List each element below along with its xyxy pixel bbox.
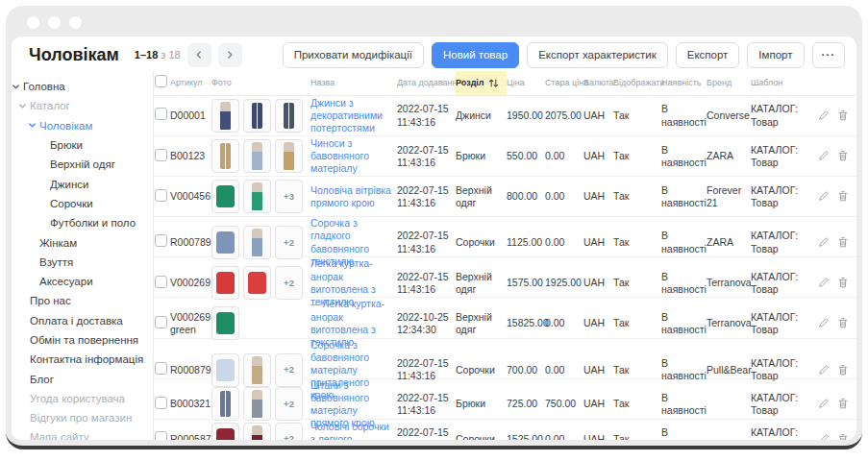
edit-button[interactable]	[818, 433, 830, 440]
product-brand: ZARA	[707, 236, 751, 249]
product-sku: B00123	[170, 150, 211, 162]
select-all-checkbox[interactable]	[155, 75, 167, 87]
delete-button[interactable]	[837, 109, 849, 122]
col-section[interactable]: Розділ	[456, 71, 507, 95]
edit-button[interactable]	[818, 364, 830, 376]
sidebar-item-blog[interactable]: Блог	[12, 369, 153, 388]
pencil-icon	[818, 433, 830, 440]
product-price: 800.00	[507, 190, 545, 203]
col-date-added: Дата додавання	[397, 78, 456, 88]
product-date: 2022-07-15 11:43:16	[397, 144, 456, 169]
row-checkbox[interactable]	[155, 108, 167, 120]
delete-button[interactable]	[837, 364, 849, 376]
row-checkbox[interactable]	[155, 189, 167, 202]
sidebar-item-accessories[interactable]: Аксесуари	[12, 272, 153, 291]
sidebar-item-shoes[interactable]: Взуття	[12, 253, 153, 272]
sidebar-item-women[interactable]: Жінкам	[12, 232, 153, 252]
row-checkbox[interactable]	[155, 362, 167, 375]
sidebar-item-home[interactable]: Головна	[12, 77, 153, 96]
trash-icon	[837, 109, 849, 122]
export-characteristics-button[interactable]: Експорт характеристик	[527, 42, 668, 68]
product-name-link[interactable]: Чоловічі сорочки з легкого текстилю	[310, 421, 393, 440]
product-photo	[275, 139, 303, 173]
edit-button[interactable]	[818, 150, 830, 162]
sidebar-item-contacts[interactable]: Контактна інформація	[12, 350, 153, 369]
product-photo	[211, 353, 239, 387]
product-name-link[interactable]: Чиноси з бавовняного матеріалу	[310, 137, 393, 175]
sidebar-item-shirts[interactable]: Сорочки	[12, 194, 153, 213]
edit-button[interactable]	[818, 317, 830, 329]
edit-button[interactable]	[818, 190, 830, 203]
product-template: КАТАЛОГ: Товар	[751, 311, 822, 336]
product-currency: UAH	[583, 150, 613, 162]
product-price: 1575.00	[507, 277, 545, 289]
sidebar-item-tshirts-polo[interactable]: Футболки и поло	[12, 213, 153, 232]
product-date: 2022-07-15 11:43:16	[397, 184, 456, 209]
delete-button[interactable]	[837, 433, 849, 440]
pencil-icon	[818, 109, 830, 121]
sidebar-item-payment-delivery[interactable]: Оплата і доставка	[12, 311, 153, 330]
sort-arrows-icon[interactable]	[488, 78, 499, 88]
product-photos: +2	[211, 423, 310, 440]
product-currency: UAH	[583, 433, 613, 440]
delete-button[interactable]	[837, 398, 849, 410]
edit-button[interactable]	[818, 236, 830, 249]
table-row: B00123 Чиноси з бавовняного матеріалу 20…	[154, 136, 856, 177]
sidebar-item-about[interactable]: Про нас	[12, 291, 153, 310]
col-sku: Артикул	[170, 78, 211, 88]
next-page-button[interactable]	[218, 43, 242, 67]
delete-button[interactable]	[837, 277, 849, 289]
export-button[interactable]: Експорт	[676, 42, 740, 68]
edit-button[interactable]	[818, 109, 830, 122]
sidebar-item-outerwear[interactable]: Верхній одяг	[12, 155, 153, 174]
table-header: Артикул Фото Назва Дата додавання Розділ…	[154, 71, 856, 96]
new-product-button[interactable]: Новий товар	[432, 42, 519, 68]
product-availability: В наявності	[661, 357, 707, 382]
row-checkbox[interactable]	[155, 149, 167, 161]
product-name-link[interactable]: Чоловіча вітрівка прямого крою	[310, 184, 393, 209]
sidebar-item-sitemap[interactable]: Мапа сайту	[12, 427, 153, 440]
product-photo	[211, 180, 239, 213]
row-checkbox[interactable]	[155, 276, 167, 288]
delete-button[interactable]	[837, 317, 849, 329]
product-price: 1950.00	[507, 109, 545, 122]
product-old-price: 0.00	[545, 364, 583, 376]
pagination-total: з 18	[161, 49, 180, 61]
product-display: Так	[613, 364, 661, 376]
sidebar-item-store-reviews[interactable]: Відгуки про магазин	[12, 408, 153, 427]
product-template: КАТАЛОГ: Товар	[751, 184, 822, 209]
product-name-link[interactable]: Джинси з декоративними потертостями	[310, 97, 393, 134]
product-old-price: 1925.00	[545, 277, 583, 289]
row-checkbox[interactable]	[155, 397, 167, 409]
col-display: Відображати	[613, 78, 661, 88]
prev-page-button[interactable]	[187, 43, 211, 67]
row-checkbox[interactable]	[155, 431, 167, 440]
sidebar-item-jeans[interactable]: Джинси	[12, 174, 153, 193]
edit-button[interactable]	[818, 277, 830, 289]
delete-button[interactable]	[837, 190, 849, 203]
row-checkbox[interactable]	[155, 316, 167, 328]
sidebar-item-user-agreement[interactable]: Угода користувача	[12, 389, 153, 408]
product-display: Так	[613, 150, 661, 162]
products-table: Артикул Фото Назва Дата додавання Розділ…	[154, 71, 856, 440]
delete-button[interactable]	[837, 150, 849, 162]
product-brand: Terranova	[707, 317, 751, 329]
delete-button[interactable]	[837, 236, 849, 249]
product-photo	[243, 353, 271, 387]
window-dot-icon	[48, 16, 61, 29]
import-button[interactable]: Імпорт	[747, 42, 804, 68]
row-checkbox[interactable]	[155, 234, 167, 247]
more-actions-button[interactable]: ···	[812, 42, 846, 68]
edit-button[interactable]	[818, 398, 830, 410]
hide-modifications-button[interactable]: Приховати модифікації	[283, 42, 424, 68]
product-template: КАТАЛОГ: Товар	[751, 426, 822, 440]
sidebar-item-catalog[interactable]: Каталог	[12, 96, 153, 115]
product-template: КАТАЛОГ: Товар	[751, 392, 822, 417]
product-photo	[243, 99, 271, 133]
pencil-icon	[818, 277, 830, 288]
sidebar-item-trousers[interactable]: Брюки	[12, 135, 153, 155]
sidebar-item-exchange-return[interactable]: Обмін та повернення	[12, 330, 153, 350]
product-currency: UAH	[583, 317, 613, 329]
sidebar-item-men[interactable]: Чоловікам	[12, 116, 153, 135]
product-availability: В наявності	[661, 271, 707, 296]
